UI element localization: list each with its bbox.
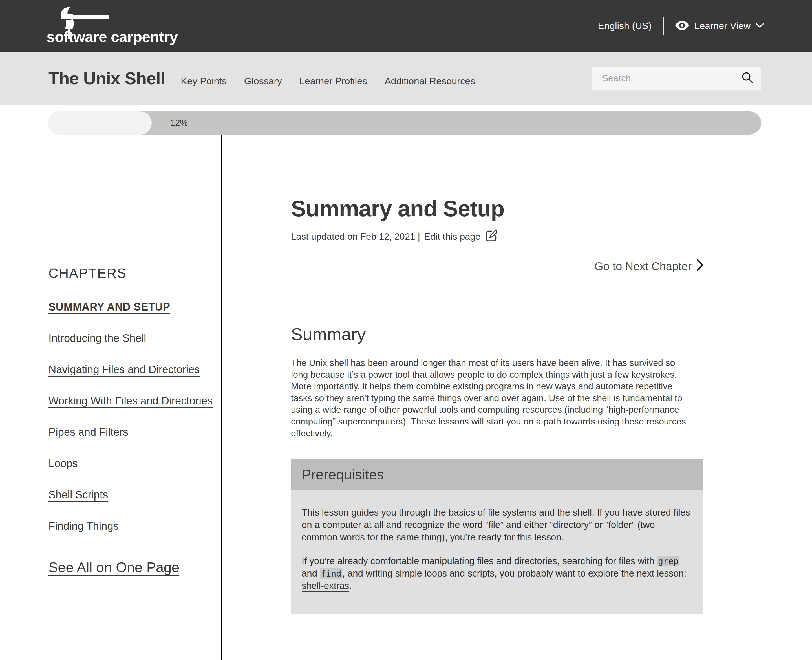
eye-icon bbox=[675, 20, 689, 32]
prereq-p2-text-3: , and writing simple loops and scripts, … bbox=[342, 568, 686, 579]
next-chapter-row: Go to Next Chapter bbox=[291, 260, 703, 273]
go-to-next-chapter-link[interactable]: Go to Next Chapter bbox=[594, 260, 703, 273]
chevron-right-icon bbox=[697, 260, 703, 273]
language-selector[interactable]: English (US) bbox=[598, 20, 652, 31]
search-box bbox=[592, 67, 761, 90]
progress-bar-fill bbox=[49, 111, 152, 135]
sidebar-item-finding-things[interactable]: Finding Things bbox=[49, 521, 119, 531]
search-input[interactable] bbox=[601, 73, 741, 84]
prerequisites-paragraph-2: If you’re already comfortable manipulati… bbox=[302, 555, 693, 592]
view-switcher-label: Learner View bbox=[694, 20, 750, 31]
progress-percent-label: 12% bbox=[170, 111, 188, 135]
sidebar-item-navigating-files-and-directories[interactable]: Navigating Files and Directories bbox=[49, 364, 199, 375]
prerequisites-paragraph-1: This lesson guides you through the basic… bbox=[302, 506, 693, 544]
nav-link-key-points[interactable]: Key Points bbox=[181, 76, 227, 87]
lesson-title[interactable]: The Unix Shell bbox=[49, 68, 165, 88]
nav-link-glossary[interactable]: Glossary bbox=[244, 76, 282, 87]
edit-this-page-label: Edit this page bbox=[424, 231, 480, 242]
go-to-next-chapter-label: Go to Next Chapter bbox=[594, 260, 692, 273]
prerequisites-body: This lesson guides you through the basic… bbox=[291, 490, 703, 614]
prerequisites-callout: Prerequisites This lesson guides you thr… bbox=[291, 459, 703, 614]
see-all-on-one-page-link[interactable]: See All on One Page bbox=[49, 560, 179, 574]
summary-paragraph: The Unix shell has been around longer th… bbox=[291, 357, 688, 439]
lesson-nav: Key Points Glossary Learner Profiles Add… bbox=[181, 76, 475, 87]
main-content: Summary and Setup Last updated on Feb 12… bbox=[291, 197, 703, 614]
content-divider bbox=[221, 135, 222, 660]
edit-this-page-link[interactable]: Edit this page bbox=[424, 229, 498, 244]
sidebar-item-working-with-files-and-directories[interactable]: Working With Files and Directories bbox=[49, 395, 212, 406]
last-updated-text: Last updated on Feb 12, 2021 | bbox=[291, 231, 420, 242]
summary-heading: Summary bbox=[291, 325, 703, 343]
nav-link-additional-resources[interactable]: Additional Resources bbox=[385, 76, 475, 87]
prereq-p2-text-1: If you’re already comfortable manipulati… bbox=[302, 556, 657, 566]
page-meta: Last updated on Feb 12, 2021 | Edit this… bbox=[291, 229, 703, 244]
chapters-sidebar: CHAPTERS SUMMARY AND SETUP Introducing t… bbox=[49, 267, 211, 574]
search-icon[interactable] bbox=[741, 71, 754, 85]
header-divider bbox=[663, 17, 664, 35]
view-switcher[interactable]: Learner View bbox=[675, 20, 764, 32]
sidebar-item-summary-and-setup[interactable]: SUMMARY AND SETUP bbox=[49, 301, 170, 312]
prereq-p2-text-2: and bbox=[302, 568, 320, 579]
app-header: software carpentry English (US) Learner … bbox=[0, 0, 812, 52]
page-title: Summary and Setup bbox=[291, 197, 703, 220]
progress-bar: 12% bbox=[49, 111, 761, 135]
lesson-bar: The Unix Shell Key Points Glossary Learn… bbox=[0, 52, 812, 105]
chevron-down-icon bbox=[756, 23, 764, 29]
grep-code: grep bbox=[657, 556, 679, 566]
prereq-p2-period: . bbox=[349, 581, 352, 591]
sidebar-item-pipes-and-filters[interactable]: Pipes and Filters bbox=[49, 427, 128, 438]
chapters-heading: CHAPTERS bbox=[49, 267, 211, 280]
sidebar-item-shell-scripts[interactable]: Shell Scripts bbox=[49, 489, 108, 500]
find-code: find bbox=[320, 568, 342, 579]
sidebar-item-introducing-the-shell[interactable]: Introducing the Shell bbox=[49, 333, 146, 344]
shell-extras-link[interactable]: shell-extras bbox=[302, 581, 349, 591]
nav-link-learner-profiles[interactable]: Learner Profiles bbox=[299, 76, 367, 87]
logo-text: software carpentry bbox=[46, 29, 177, 44]
sidebar-item-loops[interactable]: Loops bbox=[49, 458, 78, 469]
edit-icon[interactable] bbox=[485, 229, 498, 244]
prerequisites-title: Prerequisites bbox=[291, 459, 703, 490]
